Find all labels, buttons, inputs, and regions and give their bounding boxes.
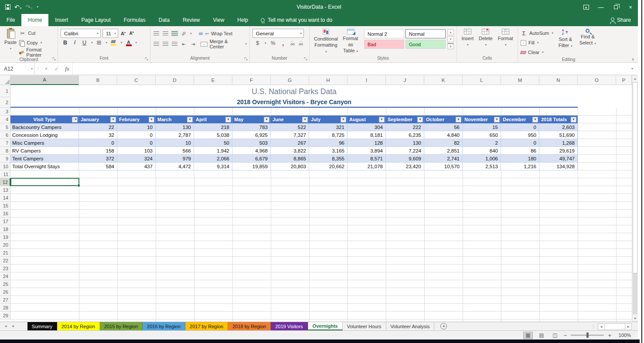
column-header-H[interactable]: H bbox=[309, 75, 348, 85]
data-cell[interactable]: 130 bbox=[156, 123, 194, 131]
column-header-C[interactable]: C bbox=[117, 75, 156, 85]
data-cell[interactable]: 6,925 bbox=[232, 131, 271, 139]
column-header-L[interactable]: L bbox=[463, 75, 501, 85]
style-normal[interactable]: Normal bbox=[405, 29, 446, 38]
copy-button[interactable]: Copy▾ bbox=[19, 38, 55, 48]
insert-cells-button[interactable]: ← Insert ▾ bbox=[460, 28, 475, 56]
row-header-12[interactable]: 12 bbox=[0, 178, 10, 186]
page-layout-view-button[interactable]: ▤ bbox=[537, 332, 546, 339]
data-cell[interactable]: 267 bbox=[271, 139, 309, 147]
column-header-P[interactable]: P bbox=[616, 75, 632, 85]
table-header-visit-type[interactable]: Visit Type↑▾ bbox=[10, 115, 79, 123]
clear-button[interactable]: Clear▾ bbox=[521, 48, 553, 57]
font-size-select[interactable]: 11▾ bbox=[102, 29, 118, 38]
scroll-up-icon[interactable]: ▲ bbox=[632, 75, 638, 82]
sheet-subtitle-cell[interactable]: 2018 Overnight Visitors - Bryce Canyon bbox=[10, 97, 578, 107]
redo-button[interactable]: ↷▾ bbox=[25, 3, 32, 11]
data-cell[interactable]: 23,420 bbox=[386, 163, 424, 170]
data-cell[interactable]: 180 bbox=[501, 155, 539, 163]
sheet-tab-2015-by-region[interactable]: 2015 by Region bbox=[100, 322, 143, 330]
row-header-14[interactable]: 14 bbox=[0, 194, 10, 202]
data-cell[interactable]: 0 bbox=[117, 131, 156, 139]
delete-cells-button[interactable]: × Delete ▾ bbox=[477, 28, 494, 56]
gallery-scroll-up-icon[interactable]: ▴ bbox=[447, 29, 454, 35]
row-header-9[interactable]: 9 bbox=[0, 155, 10, 163]
data-cell[interactable]: 4,840 bbox=[424, 131, 463, 139]
horizontal-scrollbar-thumb[interactable] bbox=[604, 324, 625, 329]
vertical-scrollbar-thumb[interactable] bbox=[633, 82, 637, 273]
bold-button[interactable]: B bbox=[62, 40, 68, 46]
row-header-21[interactable]: 21 bbox=[0, 249, 10, 257]
data-cell[interactable]: 650 bbox=[463, 131, 501, 139]
sheet-title-cell[interactable]: U.S. National Parks Data bbox=[10, 85, 578, 97]
data-cell[interactable]: 1,006 bbox=[463, 155, 501, 163]
table-header-december[interactable]: December▾ bbox=[501, 115, 539, 123]
table-header-march[interactable]: March▾ bbox=[156, 115, 194, 123]
row-label-cell[interactable]: Misc Campers bbox=[10, 139, 79, 147]
zoom-slider[interactable] bbox=[571, 335, 604, 336]
cancel-button[interactable]: × bbox=[41, 63, 51, 75]
sheet-tab-summary[interactable]: Summary bbox=[27, 322, 57, 330]
column-header-E[interactable]: E bbox=[194, 75, 232, 85]
row-label-cell[interactable]: Backcountry Campers bbox=[10, 123, 79, 131]
paste-dropdown-icon[interactable]: ▾ bbox=[10, 47, 12, 51]
data-cell[interactable]: 372 bbox=[79, 155, 117, 163]
table-header-september[interactable]: September▾ bbox=[386, 115, 424, 123]
zoom-slider-thumb[interactable] bbox=[586, 333, 589, 338]
row-header-24[interactable]: 24 bbox=[0, 272, 10, 280]
data-cell[interactable]: 7,224 bbox=[386, 147, 424, 155]
cells-area[interactable]: U.S. National Parks Data 2018 Overnight … bbox=[10, 85, 632, 322]
format-painter-button[interactable]: Format Painter bbox=[19, 48, 55, 57]
filter-dropdown-icon[interactable]: ▾ bbox=[149, 117, 154, 122]
data-cell[interactable]: 4,968 bbox=[232, 147, 271, 155]
format-cells-button[interactable]: ↕ Format ▾ bbox=[496, 28, 515, 56]
data-cell[interactable]: 20,662 bbox=[309, 163, 348, 170]
row-header-7[interactable]: 7 bbox=[0, 139, 10, 147]
ribbon-tab-data[interactable]: Data bbox=[152, 14, 176, 26]
tell-me-box[interactable]: Tell me what you want to do bbox=[261, 14, 332, 26]
italic-button[interactable]: I bbox=[72, 39, 78, 46]
filter-dropdown-icon[interactable]: ▾ bbox=[341, 117, 346, 122]
table-header-april[interactable]: April▾ bbox=[194, 115, 232, 123]
filter-dropdown-icon[interactable]: ▾ bbox=[417, 117, 423, 122]
data-cell[interactable]: 324 bbox=[117, 155, 156, 163]
table-header-august[interactable]: August▾ bbox=[348, 115, 386, 123]
style-good[interactable]: Good bbox=[405, 40, 446, 49]
scroll-down-icon[interactable]: ▼ bbox=[632, 315, 638, 322]
data-cell[interactable]: 1,268 bbox=[539, 139, 578, 147]
data-cell[interactable]: 8,725 bbox=[309, 131, 348, 139]
middle-align-icon[interactable] bbox=[162, 31, 169, 36]
data-cell[interactable]: 840 bbox=[463, 147, 501, 155]
data-cell[interactable]: 8,355 bbox=[309, 155, 348, 163]
data-cell[interactable]: 103 bbox=[117, 147, 156, 155]
column-header-M[interactable]: M bbox=[501, 75, 539, 85]
collapse-ribbon-icon[interactable]: ∧ bbox=[631, 57, 634, 61]
table-header-july[interactable]: July▾ bbox=[309, 115, 348, 123]
data-cell[interactable]: 304 bbox=[348, 123, 386, 131]
row-header-29[interactable]: 29 bbox=[0, 312, 10, 319]
row-header-10[interactable]: 10 bbox=[0, 163, 10, 170]
normal-view-button[interactable]: ▦ bbox=[523, 332, 533, 339]
gallery-scroll-down-icon[interactable]: ▾ bbox=[447, 36, 454, 42]
underline-button[interactable]: U bbox=[81, 40, 88, 46]
decrease-decimal-icon[interactable]: →.00 bbox=[298, 39, 303, 46]
align-right-icon[interactable] bbox=[171, 42, 178, 46]
data-cell[interactable]: 86 bbox=[501, 147, 539, 155]
row-header-8[interactable]: 8 bbox=[0, 147, 10, 155]
table-header-january[interactable]: January▾ bbox=[79, 115, 117, 123]
data-cell[interactable]: 437 bbox=[117, 163, 156, 170]
top-align-icon[interactable] bbox=[153, 31, 160, 36]
data-cell[interactable]: 9,609 bbox=[386, 155, 424, 163]
data-cell[interactable]: 0 bbox=[501, 139, 539, 147]
page-break-view-button[interactable]: ◫ bbox=[550, 332, 560, 339]
table-header-february[interactable]: February▾ bbox=[117, 115, 156, 123]
filter-dropdown-icon[interactable]: ▾ bbox=[379, 117, 385, 122]
filter-dropdown-icon[interactable]: ▾ bbox=[532, 117, 538, 122]
row-label-cell[interactable]: Concession Lodging bbox=[10, 131, 79, 139]
wrap-text-button[interactable]: ab↩Wrap Text bbox=[199, 29, 233, 38]
cut-button[interactable]: ✂Cut bbox=[19, 28, 55, 38]
data-cell[interactable]: 51,690 bbox=[539, 131, 578, 139]
customize-qat-icon[interactable]: ▾ bbox=[37, 5, 39, 9]
row-header-1[interactable]: 1 bbox=[0, 85, 10, 97]
data-cell[interactable]: 2,851 bbox=[424, 147, 463, 155]
